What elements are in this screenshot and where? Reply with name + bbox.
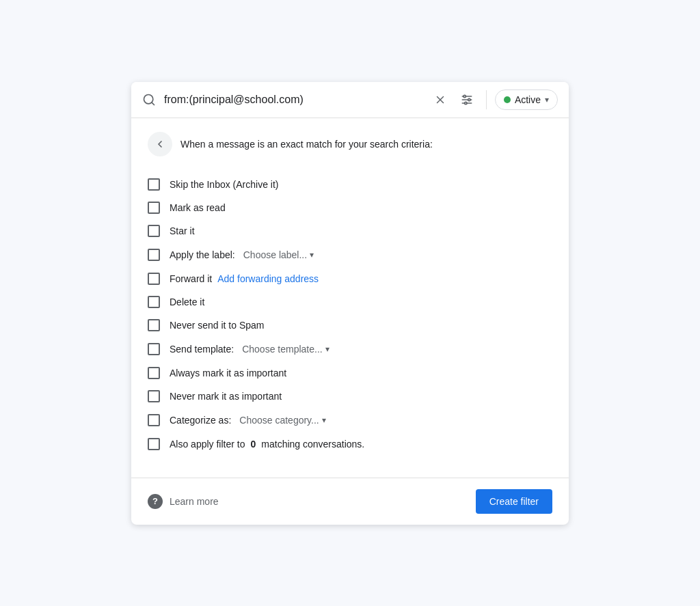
help-icon[interactable]: ?	[148, 494, 163, 509]
filter-options-button[interactable]	[456, 89, 478, 111]
choose-template-dropdown[interactable]: Choose template... ▾	[239, 342, 332, 356]
filter-row-send-template: Send template: Choose template... ▾	[148, 337, 552, 361]
active-label: Active	[515, 94, 541, 105]
choose-category-dropdown[interactable]: Choose category... ▾	[237, 413, 328, 427]
choose-label-dropdown[interactable]: Choose label... ▾	[241, 248, 317, 262]
star-it-checkbox[interactable]	[148, 225, 160, 237]
filter-row-apply-label: Apply the label: Choose label... ▾	[148, 243, 552, 267]
active-status-button[interactable]: Active ▾	[495, 89, 558, 110]
mark-as-read-label: Mark as read	[170, 202, 226, 213]
add-forwarding-address-link[interactable]: Add forwarding address	[217, 273, 319, 284]
criteria-description: When a message is an exact match for you…	[180, 139, 433, 150]
filter-row-also-apply: Also apply filter to 0 matching conversa…	[148, 432, 552, 456]
chevron-down-icon: ▾	[545, 95, 549, 105]
categorize-as-checkbox[interactable]	[148, 414, 160, 426]
dropdown-arrow-icon: ▾	[310, 250, 314, 260]
delete-it-label: Delete it	[170, 297, 204, 307]
filter-options-list: Skip the Inbox (Archive it) Mark as read…	[148, 173, 552, 456]
create-filter-button[interactable]: Create filter	[476, 489, 552, 514]
help-area: ? Learn more	[148, 494, 219, 509]
footer: ? Learn more Create filter	[131, 478, 569, 525]
never-spam-label: Never send it to Spam	[170, 320, 265, 331]
svg-line-1	[152, 102, 154, 105]
svg-point-9	[465, 102, 467, 104]
skip-inbox-checkbox[interactable]	[148, 178, 160, 191]
star-it-label: Star it	[170, 225, 195, 236]
forward-it-label: Forward it Add forwarding address	[170, 273, 319, 284]
filter-row-never-important: Never mark it as important	[148, 385, 552, 408]
svg-point-8	[468, 98, 470, 100]
apply-label-text: Apply the label: Choose label... ▾	[170, 248, 317, 262]
never-important-checkbox[interactable]	[148, 390, 160, 402]
also-apply-label: Also apply filter to 0 matching conversa…	[170, 439, 364, 450]
filter-row-categorize: Categorize as: Choose category... ▾	[148, 408, 552, 432]
filter-row-delete: Delete it	[148, 290, 552, 314]
send-template-checkbox[interactable]	[148, 343, 160, 355]
mark-as-read-checkbox[interactable]	[148, 202, 160, 214]
dropdown-arrow-template-icon: ▾	[325, 344, 329, 354]
learn-more-label: Learn more	[170, 496, 219, 507]
delete-it-checkbox[interactable]	[148, 296, 160, 308]
divider	[486, 90, 487, 109]
filter-row-mark-read: Mark as read	[148, 196, 552, 219]
active-dot	[504, 96, 511, 103]
send-template-text: Send template: Choose template... ▾	[170, 342, 332, 356]
back-button[interactable]	[148, 132, 172, 156]
filter-row-never-spam: Never send it to Spam	[148, 314, 552, 337]
always-important-label: Always mark it as important	[170, 368, 286, 378]
also-apply-checkbox[interactable]	[148, 438, 160, 450]
filter-row-forward: Forward it Add forwarding address	[148, 267, 552, 290]
search-bar: from:(principal@school.com)	[131, 82, 569, 118]
forward-it-checkbox[interactable]	[148, 273, 160, 285]
filter-dialog: from:(principal@school.com)	[131, 82, 569, 525]
filter-row-star: Star it	[148, 219, 552, 243]
svg-point-7	[463, 95, 466, 97]
content-area: When a message is an exact match for you…	[131, 118, 569, 472]
filter-row-always-important: Always mark it as important	[148, 361, 552, 385]
filter-row-skip-inbox: Skip the Inbox (Archive it)	[148, 173, 552, 196]
search-query: from:(principal@school.com)	[164, 94, 422, 106]
criteria-header: When a message is an exact match for you…	[148, 132, 552, 156]
search-icon	[142, 93, 156, 107]
dropdown-arrow-category-icon: ▾	[322, 415, 326, 425]
skip-inbox-label: Skip the Inbox (Archive it)	[170, 179, 279, 190]
search-actions: Active ▾	[430, 89, 558, 111]
clear-search-button[interactable]	[430, 89, 450, 110]
never-important-label: Never mark it as important	[170, 391, 282, 402]
matching-count: 0	[251, 439, 256, 450]
never-spam-checkbox[interactable]	[148, 319, 160, 331]
categorize-as-text: Categorize as: Choose category... ▾	[170, 413, 329, 427]
always-important-checkbox[interactable]	[148, 367, 160, 379]
apply-label-checkbox[interactable]	[148, 249, 160, 261]
